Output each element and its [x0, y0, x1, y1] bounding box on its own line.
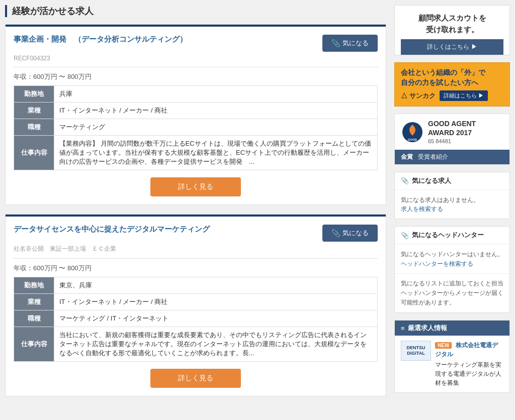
detail-button-1[interactable]: 詳しく見る	[150, 177, 241, 196]
kiniru-jobs-link[interactable]: 求人を検索する	[401, 205, 443, 213]
award-logo: GOOD	[401, 121, 424, 144]
page-title: 経験が活かせる求人	[12, 5, 94, 17]
table-row: 職種 マーケティング / IT・インターネット	[14, 310, 378, 327]
job-detail-table-1: 勤務地 兵庫 業種 IT・インターネット / メーカー / 商社 職種 マーケテ…	[14, 85, 378, 170]
kiniru-hh-link[interactable]: ヘッドハンターを検索する	[401, 260, 473, 267]
sankaku-title: 会社という組織の「外」で 自分の力を試したい方へ	[401, 68, 503, 87]
clip-icon-2: 📎	[331, 229, 340, 237]
field-value: 東京、兵庫	[54, 277, 378, 294]
strict-header: ≡ 厳選求人情報	[395, 321, 509, 336]
job-code-1: RECF004323	[14, 55, 378, 62]
strict-title: 厳選求人情報	[408, 324, 447, 333]
sankaku-card: 会社という組織の「外」で 自分の力を試したい方へ △ サンカク 詳細はこちら ▶	[394, 62, 510, 107]
kiniru-jobs-title: 気になる求人	[412, 176, 451, 185]
field-label: 勤務地	[14, 277, 54, 294]
field-value: 【業務内容】 月間の訪問数が数千万に上るECサイトは、現場で働く人の購買プラット…	[54, 136, 378, 170]
job-company-2: 社名非公開 東証一部上場 ＥＣ企業	[14, 245, 378, 253]
field-value: 当社において、新規の顧客獲得は重要な成長要素であり、その中でもリスティング広告に…	[54, 327, 378, 362]
kiniru-hh-section: 📎 気になるヘッドハンター 気になるヘッドハンターはいません。 ヘッドハンターを…	[394, 226, 510, 313]
award-card: GOOD GOOD AGENTAWARD 2017 65 84481 金賞 受賞…	[394, 114, 510, 165]
sankaku-detail-button[interactable]: 詳細はこちら ▶	[440, 90, 488, 101]
job-card-2: データサイセンスを中心に捉えたデジタルマーケティング 📎 気になる 社名非公開 …	[5, 214, 386, 396]
list-icon: ≡	[401, 325, 405, 332]
kiniru-hh-header: 📎 気になるヘッドハンター	[395, 227, 509, 244]
field-label: 業種	[14, 102, 54, 119]
kiniru-label-2: 気になる	[342, 229, 369, 238]
kiniru-jobs-body: 気になる求人はありません。 求人を検索する	[395, 190, 509, 219]
kiniru-button-1[interactable]: 📎 気になる	[322, 35, 378, 52]
award-logo-svg: GOOD	[401, 121, 424, 144]
detail-button-2[interactable]: 詳しく見る	[150, 369, 241, 388]
main-column: 経験が活かせる求人 事業企画・開発 （データ分析コンサルティング） 📎 気になる…	[5, 5, 386, 405]
job-card-header-2: データサイセンスを中心に捉えたデジタルマーケティング 📎 気になる	[14, 225, 378, 242]
new-badge: NEW	[435, 342, 452, 349]
field-value: 兵庫	[54, 86, 378, 102]
job-card-header-1: 事業企画・開発 （データ分析コンサルティング） 📎 気になる	[14, 35, 378, 52]
job-title-2: データサイセンスを中心に捉えたデジタルマーケティング	[14, 225, 317, 234]
sidebar: 顧問求人スカウトを 受け取れます。 詳しくはこちら ▶ 会社という組織の「外」で…	[394, 5, 510, 405]
award-text: GOOD AGENTAWARD 2017 65 84481	[428, 119, 476, 145]
salary-1: 年収：600万円 〜 800万円	[14, 72, 378, 81]
clip-icon-kiniru: 📎	[401, 177, 409, 184]
kiniru-jobs-header: 📎 気になる求人	[395, 172, 509, 190]
table-row: 業種 IT・インターネット / メーカー / 商社	[14, 102, 378, 119]
kiniru-hh-title: 気になるヘッドハンター	[412, 231, 484, 240]
page-title-bar: 経験が活かせる求人	[5, 5, 386, 17]
strict-body: DENTSUDiGiTAL NEW 株式会社電通デジタル マーケティング革新を実…	[395, 336, 509, 392]
field-label: 仕事内容	[14, 136, 54, 170]
award-footer: 金賞 受賞者紹介	[395, 150, 509, 164]
field-value: IT・インターネット / メーカー / 商社	[54, 102, 378, 119]
strict-section: ≡ 厳選求人情報 DENTSUDiGiTAL NEW 株式会社電通デジタル マー…	[394, 320, 510, 393]
award-winner-link[interactable]: 受賞者紹介	[418, 153, 448, 161]
field-value: マーケティング / IT・インターネット	[54, 310, 378, 327]
award-sub-text: 65 84481	[428, 138, 476, 145]
clip-icon-hh: 📎	[401, 232, 409, 239]
job-title-1: 事業企画・開発 （データ分析コンサルティング）	[14, 35, 317, 44]
company-logo-text: DENTSUDiGiTAL	[406, 345, 425, 356]
clip-icon-1: 📎	[331, 39, 340, 47]
svg-text:GOOD: GOOD	[408, 138, 417, 141]
field-label: 仕事内容	[14, 327, 54, 362]
field-value: IT・インターネット / メーカー / 商社	[54, 294, 378, 310]
company-desc: マーケティング革新を実現する電通デジタルが人材を募集	[435, 360, 503, 387]
kanmon-card: 顧問求人スカウトを 受け取れます。 詳しくはこちら ▶	[394, 5, 510, 55]
job-card-1: 事業企画・開発 （データ分析コンサルティング） 📎 気になる RECF00432…	[5, 24, 386, 205]
field-value: マーケティング	[54, 119, 378, 136]
sankaku-brand: △ サンカク	[401, 91, 436, 100]
table-row: 業種 IT・インターネット / メーカー / 商社	[14, 294, 378, 310]
kiniru-button-2[interactable]: 📎 気になる	[322, 225, 378, 242]
company-logo: DENTSUDiGiTAL	[401, 341, 431, 361]
kiniru-hh-body: 気になるヘッドハンターはいません。 ヘッドハンターを検索する	[395, 244, 509, 273]
salary-2: 年収：600万円 〜 800万円	[14, 264, 378, 273]
kanmon-title: 顧問求人スカウトを 受け取れます。	[401, 13, 503, 35]
table-row: 勤務地 東京、兵庫	[14, 277, 378, 294]
table-row: 勤務地 兵庫	[14, 86, 378, 102]
award-main-text: GOOD AGENTAWARD 2017	[428, 119, 476, 137]
table-row: 仕事内容 【業務内容】 月間の訪問数が数千万に上るECサイトは、現場で働く人の購…	[14, 136, 378, 170]
kiniru-jobs-section: 📎 気になる求人 気になる求人はありません。 求人を検索する	[394, 172, 510, 219]
field-label: 勤務地	[14, 86, 54, 102]
table-row: 仕事内容 当社において、新規の顧客獲得は重要な成長要素であり、その中でもリスティ…	[14, 327, 378, 362]
company-info: NEW 株式会社電通デジタル マーケティング革新を実現する電通デジタルが人材を募…	[435, 341, 503, 387]
title-accent-bar	[5, 5, 7, 17]
field-label: 職種	[14, 119, 54, 136]
award-gold-label: 金賞	[401, 153, 413, 161]
field-label: 職種	[14, 310, 54, 327]
field-label: 業種	[14, 294, 54, 310]
sankaku-footer: △ サンカク 詳細はこちら ▶	[401, 90, 503, 101]
job-detail-table-2: 勤務地 東京、兵庫 業種 IT・インターネット / メーカー / 商社 職種 マ…	[14, 277, 378, 362]
kiniru-jobs-empty: 気になる求人はありません。	[401, 195, 503, 205]
kanmon-detail-button[interactable]: 詳しくはこちら ▶	[401, 39, 503, 55]
kiniru-label-1: 気になる	[342, 39, 369, 48]
award-inner: GOOD GOOD AGENTAWARD 2017 65 84481	[395, 114, 509, 150]
table-row: 職種 マーケティング	[14, 119, 378, 136]
kiniru-hh-note: 気になるリストに追加しておくと担当ヘッドハンターからメッセージが届く可能性があり…	[395, 273, 509, 313]
kiniru-hh-empty: 気になるヘッドハンターはいません。	[401, 249, 503, 259]
